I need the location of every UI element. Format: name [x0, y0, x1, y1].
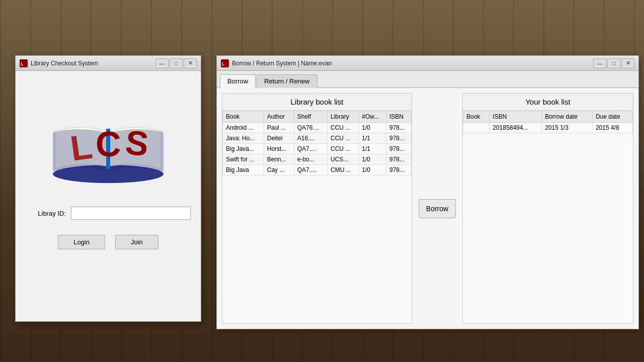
table-row[interactable]: Java: Ho...DeitelA16....CCU ...1/1978...: [223, 133, 412, 144]
col-book: Book: [223, 111, 264, 123]
borrow-window-icon: L: [221, 59, 229, 67]
library-table-body: Android ...Paul ...QA76....CCU ...1/0978…: [223, 123, 412, 175]
table-cell: CCU ...: [328, 133, 359, 144]
login-minimize-button[interactable]: —: [155, 58, 169, 68]
table-cell: 1/1: [359, 133, 386, 144]
your-table-container[interactable]: Book ISBN Borrow date Due date 201858494…: [463, 111, 633, 323]
table-cell: Swift for ...: [223, 154, 264, 165]
table-cell: CCU ...: [328, 144, 359, 154]
table-cell: 1/0: [359, 165, 386, 175]
login-title-controls: — □ ✕: [155, 58, 197, 68]
borrow-title-controls: — □ ✕: [593, 58, 634, 68]
library-id-row: Libray ID:: [26, 207, 191, 220]
borrow-maximize-button[interactable]: □: [607, 58, 620, 68]
borrow-button-area: Borrow: [417, 93, 457, 324]
table-cell: 1/1: [359, 144, 386, 154]
svg-text:L: L: [21, 61, 24, 66]
table-cell: Benn...: [264, 154, 294, 165]
library-table-container[interactable]: Book Author Shelf Library #Ow... ISBN An…: [222, 111, 412, 323]
table-row[interactable]: Swift for ...Benn...e-bo...UCS...1/0978.…: [223, 154, 412, 165]
table-cell: QA7....: [294, 165, 327, 175]
login-button[interactable]: Login: [58, 235, 105, 249]
col-shelf: Shelf: [294, 111, 327, 123]
library-table-head: Book Author Shelf Library #Ow... ISBN: [223, 111, 412, 123]
your-col-borrow-date: Borrow date: [542, 111, 593, 123]
table-cell: e-bo...: [294, 154, 327, 165]
tab-bar: Borrow Return / Renew: [217, 71, 638, 88]
library-list-title: Library book list: [222, 94, 412, 111]
login-title-bar: L Library Checkout System — □ ✕: [16, 56, 201, 71]
main-content-area: Library book list Book Author Shelf Libr…: [217, 88, 638, 329]
table-cell: 201858494...: [490, 123, 542, 133]
login-close-button[interactable]: ✕: [184, 58, 197, 68]
table-cell: Cay ...: [264, 165, 294, 175]
library-table: Book Author Shelf Library #Ow... ISBN An…: [222, 111, 412, 175]
login-maximize-button[interactable]: □: [170, 58, 183, 68]
col-own: #Ow...: [359, 111, 386, 123]
your-table-body: 201858494...2015 1/32015 4/8: [463, 123, 633, 133]
col-author: Author: [264, 111, 294, 123]
table-cell: Java: Ho...: [223, 133, 264, 144]
join-button[interactable]: Join: [115, 235, 158, 249]
library-id-input[interactable]: [71, 207, 191, 220]
table-cell: A16....: [294, 133, 327, 144]
table-cell: QA7....: [294, 144, 327, 154]
borrow-window: L Borrow / Return System | Name:evan — □…: [216, 55, 639, 329]
table-cell: Paul ...: [264, 123, 294, 133]
borrow-action-button[interactable]: Borrow: [419, 199, 456, 218]
login-buttons: Login Join: [58, 235, 158, 249]
table-cell: 978...: [386, 154, 411, 165]
table-row[interactable]: Android ...Paul ...QA76....CCU ...1/0978…: [223, 123, 412, 133]
table-row[interactable]: 201858494...2015 1/32015 4/8: [463, 123, 633, 133]
table-cell: 978...: [386, 144, 411, 154]
table-cell: CMU ...: [328, 165, 359, 175]
table-cell: UCS...: [328, 154, 359, 165]
table-cell: 978...: [386, 123, 411, 133]
login-window-icon: L: [20, 59, 28, 67]
login-window-title: Library Checkout System: [31, 60, 155, 67]
tab-borrow[interactable]: Borrow: [220, 74, 256, 88]
your-table: Book ISBN Borrow date Due date 201858494…: [463, 111, 633, 133]
svg-text:L: L: [222, 61, 225, 66]
table-cell: 978...: [386, 133, 411, 144]
table-row[interactable]: Big JavaCay ...QA7....CMU ...1/0978...: [223, 165, 412, 175]
table-cell: 978...: [386, 165, 411, 175]
table-cell: QA76....: [294, 123, 327, 133]
tab-return-renew[interactable]: Return / Renew: [257, 74, 317, 88]
table-cell: 1/0: [359, 154, 386, 165]
library-id-label: Libray ID:: [26, 210, 66, 217]
login-window: L Library Checkout System — □ ✕: [15, 55, 201, 322]
your-book-list-panel: Your book list Book ISBN Borrow date Due…: [462, 93, 633, 324]
table-cell: 2015 1/3: [542, 123, 593, 133]
your-col-isbn: ISBN: [490, 111, 542, 123]
your-list-title: Your book list: [463, 94, 633, 111]
svg-text:C: C: [96, 125, 121, 164]
col-library: Library: [328, 111, 359, 123]
borrow-content: Borrow Return / Renew Library book list …: [217, 71, 638, 329]
lcs-logo: L C S L: [48, 91, 169, 192]
table-cell: [463, 123, 490, 133]
table-cell: Big Java: [223, 165, 264, 175]
table-cell: 1/0: [359, 123, 386, 133]
svg-text:S: S: [124, 123, 150, 163]
borrow-title-bar: L Borrow / Return System | Name:evan — □…: [217, 56, 638, 71]
table-cell: Deitel: [264, 133, 294, 144]
your-col-book: Book: [463, 111, 490, 123]
login-content: L C S L Libray ID: Login Join: [16, 71, 201, 321]
your-table-head: Book ISBN Borrow date Due date: [463, 111, 633, 123]
borrow-minimize-button[interactable]: —: [593, 58, 606, 68]
borrow-window-title: Borrow / Return System | Name:evan: [232, 60, 593, 67]
table-row[interactable]: Big Java...Horst...QA7....CCU ...1/1978.…: [223, 144, 412, 154]
library-book-list-panel: Library book list Book Author Shelf Libr…: [222, 93, 412, 324]
col-isbn: ISBN: [386, 111, 411, 123]
table-cell: Android ...: [223, 123, 264, 133]
borrow-close-button[interactable]: ✕: [621, 58, 634, 68]
your-col-due-date: Due date: [592, 111, 632, 123]
table-cell: CCU ...: [328, 123, 359, 133]
table-cell: Horst...: [264, 144, 294, 154]
table-cell: Big Java...: [223, 144, 264, 154]
table-cell: 2015 4/8: [592, 123, 632, 133]
